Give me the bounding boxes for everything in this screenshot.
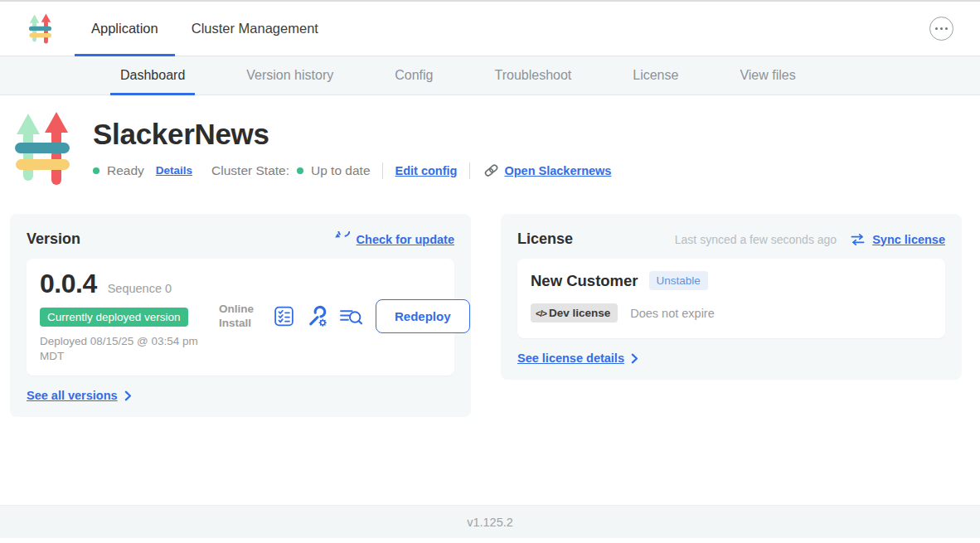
tab-troubleshoot[interactable]: Troubleshoot: [476, 56, 589, 95]
logs-search-icon: [339, 306, 363, 327]
top-nav-tabs: Application Cluster Management: [75, 2, 335, 56]
tab-dashboard[interactable]: Dashboard: [102, 56, 203, 95]
slackernews-logo-large: [15, 112, 70, 187]
open-app-link[interactable]: Open Slackernews: [483, 162, 611, 179]
refresh-icon: [333, 231, 350, 248]
license-details-panel: New Customer Unstable </> Dev license Do…: [517, 259, 945, 338]
check-for-update-link[interactable]: Check for update: [333, 231, 454, 248]
tab-license[interactable]: License: [614, 56, 696, 95]
sync-license-link[interactable]: Sync license: [850, 233, 945, 246]
customer-name: New Customer: [531, 272, 638, 290]
tab-version-history[interactable]: Version history: [228, 56, 352, 95]
version-number: 0.0.4: [40, 269, 97, 299]
code-icon: </>: [536, 308, 546, 318]
divider: [469, 162, 470, 179]
sync-arrows-icon: [850, 233, 866, 246]
top-tab-application[interactable]: Application: [75, 2, 175, 56]
see-license-details-link[interactable]: See license details: [517, 351, 945, 365]
configure-button[interactable]: [306, 305, 328, 327]
link-chain-icon: [483, 162, 500, 179]
top-tab-cluster-management[interactable]: Cluster Management: [175, 2, 335, 56]
preflight-checks-button[interactable]: [273, 305, 295, 327]
license-card: License Last synced a few seconds ago Sy…: [501, 214, 962, 380]
see-all-versions-link[interactable]: See all versions: [27, 389, 454, 402]
version-card: Version Check for update 0.0.4 Sequence …: [10, 214, 471, 417]
status-details-link[interactable]: Details: [156, 164, 192, 177]
license-expiration: Does not expire: [630, 307, 715, 320]
view-logs-button[interactable]: [339, 306, 363, 327]
cluster-state-dot: [297, 167, 303, 174]
preflight-checklist-icon: [273, 305, 295, 327]
footer: v1.125.2: [0, 505, 980, 538]
edit-config-link[interactable]: Edit config: [395, 164, 458, 177]
license-card-title: License: [517, 230, 573, 248]
wrench-gear-icon: [306, 305, 328, 327]
install-type-label: Online Install: [219, 303, 262, 331]
cluster-state-value: Up to date: [311, 163, 371, 178]
tab-view-files[interactable]: View files: [721, 56, 813, 95]
redeploy-button[interactable]: Redeploy: [376, 299, 470, 333]
channel-badge: Unstable: [649, 271, 708, 290]
sequence-label: Sequence 0: [108, 282, 172, 295]
deployed-timestamp: Deployed 08/15/25 @ 03:54 pm MDT: [40, 334, 214, 364]
chevron-right-icon: [124, 390, 132, 401]
console-version: v1.125.2: [467, 516, 513, 529]
current-version-panel: 0.0.4 Sequence 0 Currently deployed vers…: [27, 259, 454, 376]
ellipsis-icon: [935, 27, 938, 30]
slackernews-logo-icon: [29, 13, 51, 45]
app-status-dot: [93, 167, 99, 174]
last-synced-text: Last synced a few seconds ago: [675, 233, 837, 246]
overflow-menu-button[interactable]: [929, 17, 953, 41]
app-logo-small: [29, 2, 51, 56]
app-status-text: Ready: [107, 163, 144, 178]
chevron-right-icon: [631, 353, 638, 364]
deployed-status-badge: Currently deployed version: [40, 308, 188, 327]
app-sub-nav: Dashboard Version history Config Trouble…: [0, 56, 980, 95]
cluster-state-label: Cluster State:: [211, 163, 289, 178]
license-type-badge: </> Dev license: [531, 303, 618, 322]
version-card-title: Version: [27, 230, 80, 248]
app-header: SlackerNews Ready Details Cluster State:…: [0, 95, 980, 187]
divider: [382, 162, 383, 179]
tab-config[interactable]: Config: [376, 56, 451, 95]
top-nav: Application Cluster Management: [0, 0, 980, 56]
page-title: SlackerNews: [93, 118, 611, 151]
